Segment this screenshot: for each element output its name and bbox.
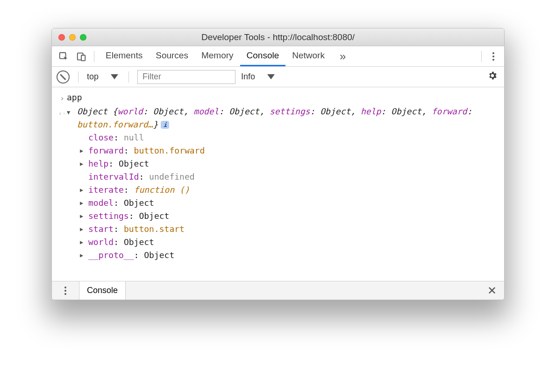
titlebar: Developer Tools - http://localhost:8080/ — [52, 28, 504, 46]
console-filterbar: top Info — [52, 67, 504, 87]
tab-elements[interactable]: Elements — [99, 46, 149, 66]
console-output-row: ‹· ▼ Object {world: Object, model: Objec… — [52, 105, 504, 131]
expand-icon[interactable]: ▶ — [80, 144, 87, 157]
property-row[interactable]: ▶forward: button.forward — [80, 144, 504, 157]
inspect-element-icon[interactable] — [56, 46, 71, 67]
clear-console-icon[interactable] — [57, 70, 70, 84]
expand-icon: ▶ — [80, 131, 87, 144]
property-row[interactable]: ▶iterate: function () — [80, 183, 504, 196]
zoom-window-icon[interactable] — [80, 34, 86, 41]
object-properties: ▶close: null▶forward: button.forward▶hel… — [52, 131, 504, 262]
minimize-window-icon[interactable] — [69, 34, 76, 41]
expand-icon[interactable]: ▶ — [80, 210, 87, 223]
expand-icon: ▶ — [80, 170, 87, 183]
expand-icon[interactable]: ▶ — [80, 236, 87, 249]
info-badge-icon[interactable]: i — [161, 121, 169, 129]
svg-rect-2 — [81, 55, 85, 61]
console-input-row: › app — [52, 91, 504, 105]
context-value: top — [87, 72, 99, 82]
console-panel: › app ‹· ▼ Object {world: Object, model:… — [52, 87, 504, 281]
expand-icon[interactable]: ▶ — [80, 183, 87, 196]
drawer: Console ✕ — [52, 281, 504, 300]
window-title: Developer Tools - http://localhost:8080/ — [52, 32, 504, 42]
console-input[interactable]: app — [67, 91, 499, 104]
property-row[interactable]: ▶world: Object — [80, 236, 504, 249]
tab-memory[interactable]: Memory — [195, 46, 240, 66]
property-text: help: Object — [88, 157, 149, 170]
property-text: world: Object — [88, 236, 154, 249]
expand-icon[interactable]: ▶ — [80, 223, 87, 236]
expand-icon[interactable]: ▶ — [80, 249, 87, 262]
object-summary[interactable]: Object {world: Object, model: Object, se… — [75, 105, 499, 131]
traffic-lights — [58, 34, 86, 41]
output-icon: ‹· — [57, 105, 67, 120]
tab-sources[interactable]: Sources — [149, 46, 195, 66]
caret-down-icon — [267, 74, 275, 79]
caret-down-icon — [111, 74, 118, 79]
drawer-menu-icon[interactable] — [52, 281, 79, 300]
property-text: start: button.start — [88, 223, 185, 236]
property-row[interactable]: ▶help: Object — [80, 157, 504, 170]
tab-network[interactable]: Network — [285, 46, 331, 66]
expand-icon[interactable]: ▶ — [80, 157, 87, 170]
property-text: model: Object — [88, 196, 154, 210]
context-dropdown[interactable]: top — [87, 72, 120, 82]
property-text: iterate: function () — [88, 183, 190, 196]
property-row[interactable]: ▶settings: Object — [80, 210, 504, 223]
property-row[interactable]: ▶model: Object — [80, 196, 504, 210]
prompt-icon: › — [57, 91, 67, 105]
divider — [78, 71, 78, 83]
property-row[interactable]: ▶close: null — [80, 131, 504, 144]
overflow-tabs-icon[interactable]: » — [333, 50, 352, 63]
divider — [128, 71, 129, 83]
property-text: intervalId: undefined — [88, 170, 195, 183]
divider — [94, 51, 94, 62]
device-toolbar-icon[interactable] — [73, 46, 89, 67]
property-text: settings: Object — [88, 210, 169, 223]
level-dropdown[interactable]: Info — [241, 72, 277, 82]
property-row[interactable]: ▶start: button.start — [80, 223, 504, 236]
property-row[interactable]: ▶intervalId: undefined — [80, 170, 504, 183]
kebab-menu-icon[interactable] — [486, 52, 500, 61]
close-window-icon[interactable] — [58, 34, 65, 41]
gear-icon[interactable] — [487, 70, 498, 84]
property-text: close: null — [88, 131, 144, 144]
expand-toggle-icon[interactable]: ▼ — [67, 105, 73, 119]
property-row[interactable]: ▶__proto__: Object — [80, 249, 504, 262]
property-text: forward: button.forward — [88, 144, 205, 157]
drawer-tab-console[interactable]: Console — [79, 281, 126, 300]
level-value: Info — [241, 72, 255, 82]
expand-icon[interactable]: ▶ — [80, 196, 87, 210]
divider — [481, 51, 482, 62]
tab-console[interactable]: Console — [240, 46, 286, 66]
property-text: __proto__: Object — [88, 249, 174, 262]
devtools-window: Developer Tools - http://localhost:8080/… — [51, 28, 505, 300]
panel-tabs: ElementsSourcesMemoryConsoleNetwork — [99, 46, 331, 66]
devtools-tabbar: ElementsSourcesMemoryConsoleNetwork » — [52, 46, 504, 67]
close-drawer-icon[interactable]: ✕ — [480, 281, 504, 300]
filter-input[interactable] — [137, 70, 235, 84]
